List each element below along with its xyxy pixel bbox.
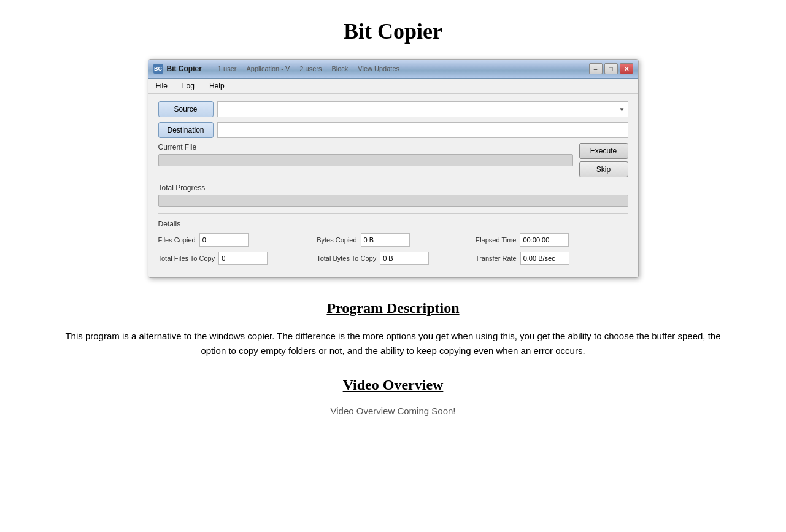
action-buttons: Execute Skip (579, 143, 628, 177)
elapsed-time-value: 00:00:00 (520, 233, 569, 247)
source-row: Source ▼ (158, 101, 628, 117)
details-label: Details (158, 220, 628, 228)
transfer-rate-value: 0.00 B/sec (520, 252, 569, 265)
current-file-area: Current File (158, 143, 573, 166)
menu-help[interactable]: Help (207, 80, 227, 91)
video-overview-heading: Video Overview (18, 377, 768, 393)
titlebar-extra-5: View Updates (358, 65, 399, 72)
titlebar-controls: – □ ✕ (589, 63, 633, 74)
window-container: BC Bit Copier 1 user Application - V 2 u… (18, 59, 768, 278)
video-overview-section: Video Overview Video Overview Coming Soo… (18, 377, 768, 416)
total-progress-row: Total Progress (158, 183, 628, 207)
current-file-label: Current File (158, 143, 573, 152)
details-section: Details Files Copied 0 Bytes Copied 0 B … (158, 213, 628, 265)
titlebar-extra-1: 1 user (218, 65, 237, 72)
details-grid: Files Copied 0 Bytes Copied 0 B Elapsed … (158, 233, 628, 265)
files-copied-value: 0 (199, 233, 249, 247)
total-bytes-value: 0 B (380, 252, 429, 265)
window-body: Source ▼ Destination Current File (148, 94, 638, 277)
menu-file[interactable]: File (153, 80, 170, 91)
elapsed-time-item: Elapsed Time 00:00:00 (476, 233, 628, 247)
total-files-value: 0 (218, 252, 268, 265)
bytes-copied-item: Bytes Copied 0 B (317, 233, 469, 247)
elapsed-time-label: Elapsed Time (476, 236, 517, 244)
total-files-label: Total Files To Copy (158, 255, 215, 262)
files-copied-label: Files Copied (158, 236, 196, 244)
maximize-button[interactable]: □ (604, 63, 618, 74)
destination-row: Destination (158, 122, 628, 138)
destination-input[interactable] (217, 122, 628, 138)
total-bytes-item: Total Bytes To Copy 0 B (317, 252, 469, 265)
total-progress-label: Total Progress (158, 183, 628, 192)
page-wrapper: Bit Copier BC Bit Copier 1 user Applicat… (0, 0, 786, 441)
destination-button[interactable]: Destination (158, 122, 214, 138)
program-description-text: This program is a alternative to the win… (56, 329, 731, 358)
total-files-item: Total Files To Copy 0 (158, 252, 311, 265)
menu-log[interactable]: Log (180, 80, 197, 91)
bytes-copied-label: Bytes Copied (317, 236, 356, 244)
close-button[interactable]: ✕ (620, 63, 633, 74)
titlebar-extra-2: Application - V (246, 65, 290, 72)
bytes-copied-value: 0 B (361, 233, 410, 247)
app-icon: BC (153, 64, 163, 74)
source-dropdown-icon: ▼ (619, 106, 625, 113)
titlebar: BC Bit Copier 1 user Application - V 2 u… (148, 60, 638, 79)
video-coming-soon: Video Overview Coming Soon! (18, 406, 768, 416)
total-bytes-label: Total Bytes To Copy (317, 255, 376, 262)
source-button[interactable]: Source (158, 101, 214, 117)
page-title: Bit Copier (18, 12, 768, 44)
titlebar-title: Bit Copier (167, 64, 202, 73)
transfer-rate-item: Transfer Rate 0.00 B/sec (476, 252, 628, 265)
menubar: File Log Help (148, 79, 638, 94)
program-description-section: Program Description This program is a al… (18, 300, 768, 358)
titlebar-extra-4: Block (331, 65, 348, 72)
current-file-row: Current File Execute Skip (158, 143, 628, 177)
total-progress-bar (158, 195, 628, 207)
execute-button[interactable]: Execute (579, 143, 628, 159)
minimize-button[interactable]: – (589, 63, 603, 74)
source-input-wrapper[interactable]: ▼ (217, 101, 628, 117)
transfer-rate-label: Transfer Rate (476, 255, 517, 262)
current-file-progress (158, 154, 573, 166)
application-window: BC Bit Copier 1 user Application - V 2 u… (148, 59, 639, 278)
skip-button[interactable]: Skip (579, 161, 628, 177)
program-description-heading: Program Description (18, 300, 768, 317)
titlebar-extra-3: 2 users (299, 65, 322, 72)
titlebar-left: BC Bit Copier 1 user Application - V 2 u… (153, 64, 400, 74)
files-copied-item: Files Copied 0 (158, 233, 311, 247)
